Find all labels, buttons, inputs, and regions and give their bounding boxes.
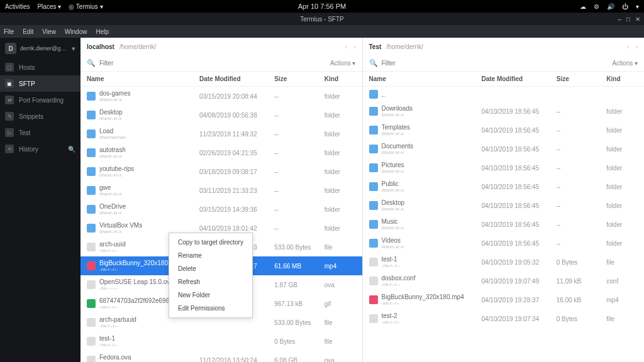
file-row[interactable]: Downloads drwxr-xr-x 04/10/2019 18:56:45… (363, 102, 645, 121)
file-row[interactable]: test-2 -rw-r--r-- 04/10/2019 19:07:34 0 … (363, 309, 645, 328)
ctx-rename[interactable]: Rename (169, 249, 252, 262)
header-name[interactable]: Name (87, 75, 199, 82)
file-kind: folder (606, 202, 638, 209)
file-row[interactable]: test-1 -rw-r--r-- 0 Bytes file (80, 332, 362, 351)
sidebar-item-history[interactable]: ⟲History🔍 (0, 141, 80, 157)
nav-forward-icon[interactable]: › (353, 43, 355, 50)
file-perms: drwxr-xr-x (99, 153, 126, 159)
header-name[interactable]: Name (369, 75, 482, 82)
file-perms: drwxr-xr-x (382, 112, 413, 118)
tray-icon[interactable]: ⏻ (622, 3, 628, 10)
file-row[interactable]: BigBuckBunny_320x180.mp4 -rw-r--r-- 04/1… (363, 290, 645, 309)
file-date: 03/15/2019 14:39:36 (199, 206, 274, 213)
file-row[interactable]: Load drwxrwxrwx 11/23/2018 11:49:32 -- f… (80, 124, 362, 143)
tray-icon[interactable]: ⚙ (594, 3, 599, 10)
file-name: .. (382, 91, 386, 98)
file-date: 04/10/2019 19:05:32 (481, 259, 556, 266)
path-label[interactable]: /home/derrik/ (119, 43, 156, 50)
file-row[interactable]: Fedora.ova -rw------- 11/12/2018 13:50:2… (80, 351, 362, 362)
sidebar-item-sftp[interactable]: ▣SFTP (0, 75, 80, 92)
file-row[interactable]: dos-games drwxr-xr-x 03/15/2019 20:08:44… (80, 87, 362, 106)
places-menu[interactable]: Places ▾ (37, 3, 61, 10)
file-date: 04/10/2019 19:28:37 (481, 297, 556, 304)
file-date: 04/10/2019 18:56:45 (481, 240, 556, 247)
file-date: 04/10/2019 18:56:45 (481, 146, 556, 153)
file-perms: -rw------- (99, 285, 174, 291)
menu-window[interactable]: Window (65, 28, 87, 35)
ctx-edit-permissions[interactable]: Edit Permissions (169, 302, 252, 315)
file-kind: file (606, 259, 638, 266)
file-perms: -rw-r--r-- (382, 263, 401, 268)
file-size: 0 Bytes (557, 315, 607, 322)
tray-icon[interactable]: ▾ (636, 3, 639, 10)
file-list: .. Downloads drwxr-xr-x 04/10/2019 18:56… (363, 87, 645, 362)
filter-input[interactable] (382, 60, 609, 67)
maximize-button[interactable]: □ (626, 16, 630, 23)
ctx-new-folder[interactable]: New Folder (169, 288, 252, 302)
tray-icon[interactable]: 🔊 (607, 3, 614, 10)
file-row[interactable]: Desktop drwxr-xr-x 04/08/2019 00:56:38 -… (80, 106, 362, 124)
search-icon: 🔍 (369, 59, 378, 67)
file-size: -- (274, 206, 325, 213)
file-perms: -rw-r--r-- (382, 300, 464, 306)
header-date[interactable]: Date Modified (199, 75, 274, 82)
file-size: 967.13 kB (274, 300, 325, 307)
nav-back-icon[interactable]: ‹ (627, 43, 629, 50)
minimize-button[interactable]: – (618, 16, 621, 23)
header-size[interactable]: Size (557, 75, 607, 82)
file-perms: drwxr-xr-x (382, 244, 404, 250)
sidebar-item-test[interactable]: ▷Test (0, 124, 80, 141)
file-date: 04/10/2019 18:56:45 (481, 165, 556, 172)
file-row[interactable]: Templates drwxr-xr-x 04/10/2019 18:56:45… (363, 121, 645, 140)
actions-dropdown[interactable]: Actions ▾ (612, 60, 638, 67)
menu-view[interactable]: View (42, 28, 56, 35)
menu-help[interactable]: Help (96, 28, 109, 35)
file-icon (87, 243, 96, 251)
header-kind[interactable]: Kind (606, 75, 638, 82)
file-row[interactable]: .. (363, 87, 645, 102)
termius-menu[interactable]: ◎ Termius ▾ (69, 3, 103, 10)
file-row[interactable]: youtube-rips drwxr-xr-x 03/18/2019 09:08… (80, 162, 362, 181)
sidebar-item-port-forwarding[interactable]: ⇄Port Forwarding (0, 92, 80, 108)
nav-icon: ⇄ (5, 96, 14, 104)
file-row[interactable]: Videos drwxr-xr-x 04/10/2019 18:56:45 --… (363, 234, 645, 253)
file-name: Public (382, 180, 399, 187)
file-date: 02/26/2019 04:21:35 (199, 150, 274, 156)
search-icon[interactable]: 🔍 (68, 146, 75, 153)
host-label[interactable]: Test (369, 43, 382, 50)
file-row[interactable]: autotrash drwxr-xr-x 02/26/2019 04:21:35… (80, 143, 362, 162)
menu-edit[interactable]: Edit (23, 28, 33, 35)
sidebar-item-snippets[interactable]: ✎Snippets (0, 108, 80, 124)
file-perms: -rw-r--r-- (99, 248, 126, 253)
activities-menu[interactable]: Activities (5, 3, 30, 10)
file-size: 11.09 kB (557, 278, 607, 285)
ctx-delete[interactable]: Delete (169, 262, 252, 275)
nav-back-icon[interactable]: ‹ (345, 43, 347, 50)
ctx-copy-to-target-directory[interactable]: Copy to target directory (169, 236, 252, 249)
filter-input[interactable] (99, 60, 326, 67)
path-label[interactable]: /home/derrik/ (386, 43, 423, 50)
tray-icon[interactable]: ☁ (580, 3, 586, 10)
file-row[interactable]: test-1 -rw-r--r-- 04/10/2019 19:05:32 0 … (363, 253, 645, 272)
sidebar-item-hosts[interactable]: ▢Hosts (0, 59, 80, 75)
file-row[interactable]: Pictures drwxr-xr-x 04/10/2019 18:56:45 … (363, 158, 645, 177)
nav-forward-icon[interactable]: › (636, 43, 638, 50)
ctx-refresh[interactable]: Refresh (169, 275, 252, 288)
header-kind[interactable]: Kind (325, 75, 356, 82)
actions-dropdown[interactable]: Actions ▾ (330, 60, 356, 67)
header-size[interactable]: Size (274, 75, 325, 82)
file-date: 04/10/2019 18:56:45 (481, 108, 556, 115)
file-row[interactable]: gwe drwxr-xr-x 03/11/2019 21:33:23 -- fo… (80, 181, 362, 200)
host-label[interactable]: localhost (87, 43, 114, 50)
file-row[interactable]: Desktop drwxr-xr-x 04/10/2019 18:56:45 -… (363, 196, 645, 215)
file-date: 03/18/2019 09:08:17 (199, 168, 274, 175)
file-row[interactable]: Music drwxr-xr-x 04/10/2019 18:56:45 -- … (363, 215, 645, 234)
file-row[interactable]: dosbox.conf -rw-r--r-- 04/10/2019 19:07:… (363, 272, 645, 290)
file-row[interactable]: Public drwxr-xr-x 04/10/2019 18:56:45 --… (363, 177, 645, 196)
close-button[interactable]: ✕ (635, 16, 640, 23)
file-row[interactable]: OneDrive drwxr-xr-x 03/15/2019 14:39:36 … (80, 200, 362, 219)
file-row[interactable]: Documents drwxr-xr-x 04/10/2019 18:56:45… (363, 140, 645, 158)
account-selector[interactable]: D derrik.diener@gmail.com ▾ (0, 38, 80, 59)
header-date[interactable]: Date Modified (481, 75, 556, 82)
menu-file[interactable]: File (4, 28, 14, 35)
